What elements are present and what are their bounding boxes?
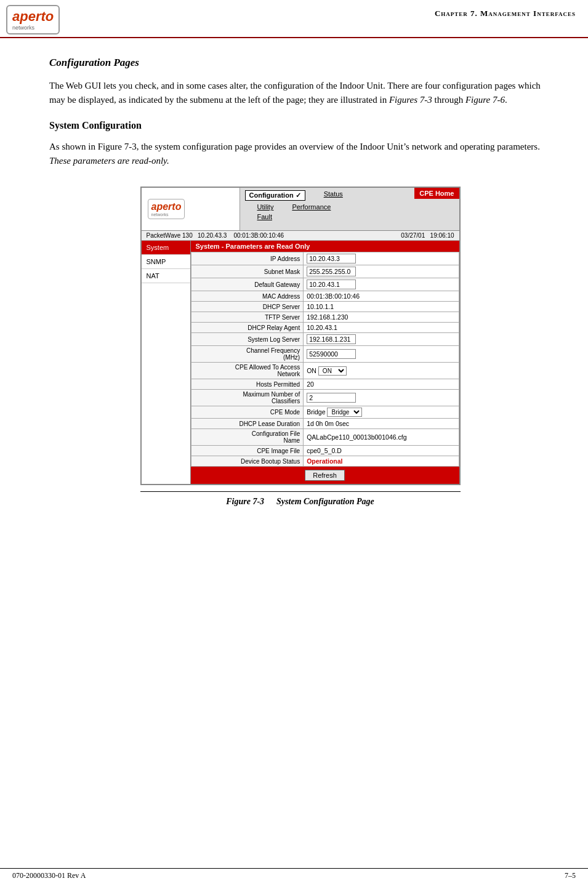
nav-performance[interactable]: Performance: [292, 203, 331, 211]
ui-logo-inner: aperto networks: [148, 199, 185, 219]
figures-ref2: Figure 7-6: [465, 95, 505, 105]
label-bootup-status: Device Bootup Status: [191, 456, 304, 467]
chapter-title: Chapter 7. Management Interfaces: [435, 5, 576, 18]
cpe-mode-select[interactable]: BridgeRouter: [327, 408, 362, 417]
value-dhcp-lease: 1d 0h 0m 0sec: [304, 419, 459, 429]
value-hosts-permitted: 20: [304, 379, 459, 390]
params-table: IP Address 10.20.43.3 Subnet Mask 255.25…: [191, 252, 459, 467]
table-row: DHCP Server 10.10.1.1: [191, 302, 459, 312]
nav-fault[interactable]: Fault: [257, 213, 272, 220]
value-tftp-server: 192.168.1.230: [304, 312, 459, 323]
table-row: CPE Image File cpe0_5_0.D: [191, 446, 459, 456]
value-cpe-image: cpe0_5_0.D: [304, 446, 459, 456]
section2-para: As shown in Figure 7-3, the system confi…: [49, 140, 551, 169]
value-dhcp-relay: 10.20.43.1: [304, 323, 459, 333]
value-channel-freq: 52590000: [304, 346, 459, 363]
label-syslog: System Log Server: [191, 333, 304, 346]
label-dhcp-lease: DHCP Lease Duration: [191, 419, 304, 429]
page-content: Configuration Pages The Web GUI lets you…: [0, 38, 588, 544]
table-row: Device Bootup Status Operational: [191, 456, 459, 467]
ui-nav-middle: Utility Performance: [245, 203, 454, 211]
sidebar-item-system[interactable]: System: [142, 241, 190, 255]
ui-refresh-bar: Refresh: [191, 467, 459, 484]
table-row: TFTP Server 192.168.1.230: [191, 312, 459, 323]
section1-para-mid: through: [432, 95, 465, 105]
ui-logo-sub: networks: [151, 212, 182, 217]
value-syslog: 192.168.1.231: [304, 333, 459, 346]
value-max-classifiers: 2: [304, 390, 459, 406]
label-dhcp-relay: DHCP Relay Agent: [191, 323, 304, 333]
table-row: IP Address 10.20.43.3: [191, 252, 459, 265]
table-row: CPE Allowed To AccessNetwork ON ONOFF: [191, 363, 459, 379]
value-cpe-allowed: ON ONOFF: [304, 363, 459, 379]
ui-header: aperto networks Configuration ✓ Status U…: [142, 188, 459, 231]
value-cpe-mode: Bridge BridgeRouter: [304, 406, 459, 419]
nav-utility[interactable]: Utility: [257, 203, 274, 211]
label-default-gateway: Default Gateway: [191, 278, 304, 291]
sidebar-item-snmp[interactable]: SNMP: [142, 255, 190, 269]
section1-para-end: .: [505, 95, 507, 105]
label-tftp-server: TFTP Server: [191, 312, 304, 323]
page-header: aperto networks Chapter 7. Management In…: [0, 0, 588, 38]
value-config-file: QALabCpe110_00013b001046.cfg: [304, 429, 459, 446]
ui-sidebar: System SNMP NAT: [142, 241, 191, 484]
footer-right: 7–5: [565, 871, 576, 880]
table-row: Maximum Number ofClassifiers 2: [191, 390, 459, 406]
table-row: Default Gateway 10.20.43.1: [191, 278, 459, 291]
value-bootup-status: Operational: [304, 456, 459, 467]
figure-caption: Figure 7-3 System Configuration Page: [140, 491, 461, 507]
ui-logo-text: aperto: [151, 201, 182, 212]
ui-nav-bottom: Fault: [245, 213, 454, 220]
label-cpe-allowed: CPE Allowed To AccessNetwork: [191, 363, 304, 379]
label-channel-freq: Channel Frequency(MHz): [191, 346, 304, 363]
table-row: System Log Server 192.168.1.231: [191, 333, 459, 346]
web-ui-screenshot: aperto networks Configuration ✓ Status U…: [140, 187, 461, 485]
section1-para: The Web GUI lets you check, and in some …: [49, 79, 551, 108]
footer-left: 070-20000330-01 Rev A: [12, 871, 86, 880]
ui-info-bar: PacketWave 130 10.20.43.3 00:01:3B:00:10…: [142, 231, 459, 241]
table-row: Subnet Mask 255.255.255.0: [191, 265, 459, 278]
table-row: Configuration FileName QALabCpe110_00013…: [191, 429, 459, 446]
logo-text: aperto: [12, 9, 54, 25]
logo-box: aperto networks: [6, 5, 60, 34]
figures-ref1: Figures 7-3: [389, 95, 432, 105]
label-dhcp-server: DHCP Server: [191, 302, 304, 312]
sidebar-item-nat[interactable]: NAT: [142, 269, 190, 283]
ui-datetime: 03/27/01 19:06:10: [401, 232, 454, 239]
section2-para-text: As shown in Figure 7-3, the system confi…: [49, 142, 540, 151]
section2-para-italic: These parameters are read-only.: [49, 156, 169, 166]
value-dhcp-server: 10.10.1.1: [304, 302, 459, 312]
nav-status[interactable]: Status: [324, 190, 343, 201]
ui-device-info: PacketWave 130 10.20.43.3 00:01:3B:00:10…: [147, 232, 284, 239]
nav-configuration[interactable]: Configuration ✓: [245, 190, 305, 201]
table-row: DHCP Relay Agent 10.20.43.1: [191, 323, 459, 333]
logo-area: aperto networks: [6, 5, 60, 34]
table-row: DHCP Lease Duration 1d 0h 0m 0sec: [191, 419, 459, 429]
figure-caption-text: System Configuration Page: [276, 497, 374, 507]
value-default-gateway: 10.20.43.1: [304, 278, 459, 291]
section1-title: Configuration Pages: [49, 57, 551, 69]
logo-sub: networks: [12, 25, 54, 31]
ui-logo-section: aperto networks: [142, 188, 240, 230]
table-row: Channel Frequency(MHz) 52590000: [191, 346, 459, 363]
value-mac-address: 00:01:3B:00:10:46: [304, 291, 459, 302]
label-config-file: Configuration FileName: [191, 429, 304, 446]
page-footer: 070-20000330-01 Rev A 7–5: [0, 868, 588, 883]
table-row: Hosts Permitted 20: [191, 379, 459, 390]
label-ip-address: IP Address: [191, 252, 304, 265]
cpe-allowed-select[interactable]: ONOFF: [318, 366, 347, 376]
ui-main-title: System - Parameters are Read Only: [191, 241, 459, 252]
label-cpe-mode: CPE Mode: [191, 406, 304, 419]
value-subnet-mask: 255.255.255.0: [304, 265, 459, 278]
ui-body: System SNMP NAT System - Parameters are …: [142, 241, 459, 484]
value-ip-address: 10.20.43.3: [304, 252, 459, 265]
label-cpe-image: CPE Image File: [191, 446, 304, 456]
label-max-classifiers: Maximum Number ofClassifiers: [191, 390, 304, 406]
refresh-button[interactable]: Refresh: [305, 470, 345, 481]
section2-title: System Configuration: [49, 120, 551, 131]
figure-container: aperto networks Configuration ✓ Status U…: [49, 187, 551, 507]
label-mac-address: MAC Address: [191, 291, 304, 302]
ui-cpe-home[interactable]: CPE Home: [414, 188, 459, 199]
table-row: CPE Mode Bridge BridgeRouter: [191, 406, 459, 419]
table-row: MAC Address 00:01:3B:00:10:46: [191, 291, 459, 302]
